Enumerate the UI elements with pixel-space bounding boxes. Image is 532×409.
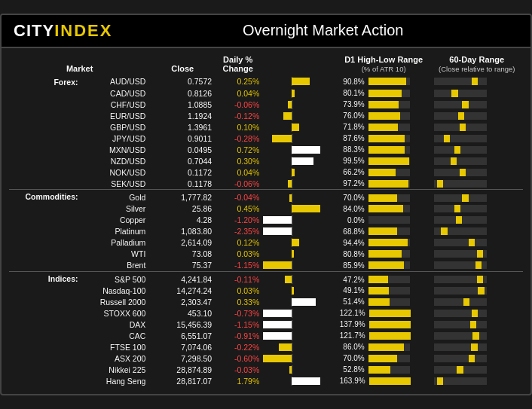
category-label <box>9 341 81 353</box>
market-name: STOXX 600 <box>81 307 151 319</box>
category-label <box>9 87 81 99</box>
table-row: CAC6,551.07-0.91%121.7% <box>9 330 523 341</box>
table-row: SEK/USD0.1178-0.06%97.2% <box>9 178 523 190</box>
table-row: Silver25.860.45%84.0% <box>9 203 523 215</box>
daily-bar <box>261 341 336 353</box>
range60 <box>431 215 524 226</box>
market-name: AUD/USD <box>81 75 151 88</box>
logo: CITY INDEX <box>14 21 112 41</box>
daily-bar <box>261 110 336 121</box>
close-value: 2,614.09 <box>150 237 215 249</box>
market-name: ASX 200 <box>81 353 151 364</box>
daily-bar <box>261 203 336 215</box>
range60 <box>431 190 524 203</box>
range60 <box>431 121 524 133</box>
table-row: NZD/USD0.70440.30%99.5% <box>9 155 523 166</box>
close-value: 1.0885 <box>150 99 215 110</box>
range60 <box>431 375 524 386</box>
market-name: CHF/USD <box>81 99 151 110</box>
table-row: Nasdaq-10014,274.240.03%49.1% <box>9 285 523 296</box>
category-label <box>9 375 81 386</box>
daily-bar <box>261 121 336 133</box>
daily-bar <box>261 330 336 341</box>
close-value: 15,456.39 <box>150 319 215 330</box>
close-value: 0.0495 <box>150 144 215 155</box>
table-row: WTI73.080.03%80.8% <box>9 249 523 260</box>
daily-bar <box>261 319 336 330</box>
d1-range: 121.7% <box>337 330 431 341</box>
table-row: CAD/USD0.81260.04%80.1% <box>9 87 523 99</box>
close-value: 0.1172 <box>150 166 215 178</box>
market-name: S&P 500 <box>81 271 151 285</box>
market-name: Platinum <box>81 226 151 237</box>
range60 <box>431 319 524 330</box>
close-value: 73.08 <box>150 249 215 260</box>
category-label <box>9 260 81 272</box>
table-row: NOK/USD0.11720.04%66.2% <box>9 166 523 178</box>
range60 <box>431 226 524 237</box>
range60 <box>431 144 524 155</box>
category-label <box>9 133 81 144</box>
pct-change: -0.06% <box>215 178 261 190</box>
category-label <box>9 330 81 341</box>
d1-range: 163.9% <box>337 375 431 386</box>
market-name: MXN/USD <box>81 144 151 155</box>
category-label <box>9 249 81 260</box>
pct-change: -1.20% <box>215 215 261 226</box>
pct-change: 0.03% <box>215 285 261 296</box>
table-row: Forex:AUD/USD0.75720.25%90.8% <box>9 75 523 88</box>
market-name: Palladium <box>81 237 151 249</box>
close-value: 1.1924 <box>150 110 215 121</box>
range60 <box>431 110 524 121</box>
daily-bar <box>261 87 336 99</box>
range60 <box>431 296 524 307</box>
range60 <box>431 166 524 178</box>
d1-range: 97.2% <box>337 178 431 190</box>
range60 <box>431 75 524 88</box>
range60 <box>431 133 524 144</box>
range60 <box>431 271 524 285</box>
category-label: Forex: <box>9 75 81 88</box>
col-market: Market <box>9 53 150 75</box>
market-name: Brent <box>81 260 151 272</box>
d1-range: 87.6% <box>337 133 431 144</box>
close-value: 0.8126 <box>150 87 215 99</box>
close-value: 4,241.84 <box>150 271 215 285</box>
range60 <box>431 260 524 272</box>
pct-change: -0.22% <box>215 341 261 353</box>
range60 <box>431 307 524 319</box>
d1-range: 137.9% <box>337 319 431 330</box>
d1-range: 73.9% <box>337 99 431 110</box>
page-title: Overnight Market Action <box>127 22 518 39</box>
d1-range: 85.9% <box>337 260 431 272</box>
market-name: DAX <box>81 319 151 330</box>
table-row: Hang Seng28,817.071.79%163.9% <box>9 375 523 386</box>
col-d1-range-sub: (% of ATR 10) <box>362 65 406 73</box>
table-row: Indices:S&P 5004,241.84-0.11%47.2% <box>9 271 523 285</box>
daily-bar <box>261 99 336 110</box>
daily-bar <box>261 307 336 319</box>
close-value: 4.28 <box>150 215 215 226</box>
close-value: 28,874.89 <box>150 364 215 375</box>
market-name: Gold <box>81 190 151 203</box>
close-value: 0.7572 <box>150 75 215 88</box>
col-d1-range-label: D1 High-Low Range <box>344 55 423 64</box>
close-value: 1.3961 <box>150 121 215 133</box>
range60 <box>431 99 524 110</box>
close-value: 0.7044 <box>150 155 215 166</box>
category-label <box>9 178 81 190</box>
pct-change: 0.72% <box>215 144 261 155</box>
close-value: 0.1178 <box>150 178 215 190</box>
category-label <box>9 364 81 375</box>
table-row: CHF/USD1.0885-0.06%73.9% <box>9 99 523 110</box>
daily-bar <box>261 375 336 386</box>
pct-change: -0.06% <box>215 99 261 110</box>
pct-change: 0.12% <box>215 237 261 249</box>
d1-range: 71.8% <box>337 121 431 133</box>
market-name: CAC <box>81 330 151 341</box>
d1-range: 0.0% <box>337 215 431 226</box>
table-row: MXN/USD0.04950.72%88.3% <box>9 144 523 155</box>
category-label <box>9 215 81 226</box>
pct-change: 0.30% <box>215 155 261 166</box>
table-row: Platinum1,083.80-2.35%68.8% <box>9 226 523 237</box>
